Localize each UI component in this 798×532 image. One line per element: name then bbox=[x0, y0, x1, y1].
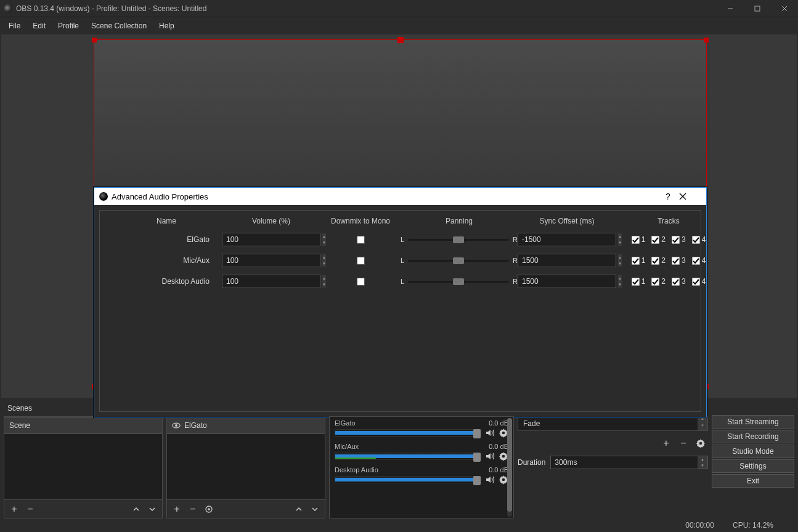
remove-transition-button[interactable]: − bbox=[676, 436, 691, 451]
menu-help[interactable]: Help bbox=[153, 19, 181, 33]
track-3-checkbox[interactable]: 3 bbox=[672, 235, 686, 244]
downmix-checkbox[interactable] bbox=[357, 257, 365, 265]
status-bar: 00:00:00 CPU: 14.2% bbox=[0, 518, 798, 532]
menu-scene-collection[interactable]: Scene Collection bbox=[85, 19, 153, 33]
mixer-list: ElGato0.0 dBMic/Aux0.0 dBDesktop Audio0.… bbox=[329, 416, 514, 518]
studio-mode-button[interactable]: Studio Mode bbox=[712, 445, 794, 458]
transition-properties-button[interactable] bbox=[693, 436, 708, 451]
start-streaming-button[interactable]: Start Streaming bbox=[712, 415, 794, 429]
duration-spinbox[interactable]: ▲▼ bbox=[550, 456, 708, 469]
move-source-down-button[interactable] bbox=[307, 502, 322, 517]
volume-spinbox[interactable]: ▲▼ bbox=[222, 233, 320, 246]
col-volume: Volume (%) bbox=[222, 217, 320, 225]
audio-row-name: Mic/Aux bbox=[111, 256, 222, 265]
menu-edit[interactable]: Edit bbox=[26, 19, 52, 33]
sync-offset-spinbox[interactable]: ▲▼ bbox=[518, 275, 616, 288]
exit-button[interactable]: Exit bbox=[712, 474, 794, 488]
add-source-button[interactable]: + bbox=[169, 502, 184, 517]
svg-rect-8 bbox=[672, 236, 680, 244]
add-scene-button[interactable]: + bbox=[7, 502, 22, 517]
gear-icon bbox=[696, 438, 706, 448]
dialog-titlebar[interactable]: Advanced Audio Properties ? bbox=[94, 188, 706, 205]
source-label: ElGato bbox=[184, 421, 207, 430]
scenes-list[interactable]: Scene bbox=[4, 416, 163, 500]
sources-list[interactable]: ElGato bbox=[166, 416, 325, 500]
volume-spinbox[interactable]: ▲▼ bbox=[222, 275, 320, 288]
svg-rect-14 bbox=[632, 278, 640, 286]
maximize-button[interactable] bbox=[744, 0, 771, 17]
track-4-checkbox[interactable]: 4 bbox=[692, 235, 706, 244]
svg-point-19 bbox=[175, 424, 177, 427]
mixer-volume-slider[interactable] bbox=[335, 429, 481, 437]
window-titlebar: OBS 0.13.4 (windows) - Profile: Untitled… bbox=[0, 0, 798, 17]
dialog-help-button[interactable]: ? bbox=[657, 191, 679, 201]
close-button[interactable] bbox=[771, 0, 798, 17]
svg-point-23 bbox=[502, 432, 505, 435]
volume-input[interactable] bbox=[222, 233, 322, 246]
sync-offset-input[interactable] bbox=[518, 275, 618, 288]
mixer-volume-slider[interactable] bbox=[335, 453, 481, 460]
panning-slider[interactable]: LR bbox=[401, 236, 518, 243]
minimize-button[interactable] bbox=[717, 0, 744, 17]
add-transition-button[interactable]: + bbox=[659, 436, 674, 451]
move-scene-down-button[interactable] bbox=[145, 502, 160, 517]
volume-input[interactable] bbox=[222, 254, 322, 267]
obs-logo-icon bbox=[99, 192, 108, 201]
svg-rect-15 bbox=[651, 278, 659, 286]
svg-point-25 bbox=[502, 478, 505, 482]
track-4-checkbox[interactable]: 4 bbox=[692, 256, 706, 265]
duration-input[interactable] bbox=[551, 456, 698, 469]
transition-select[interactable]: Fade ▲▼ bbox=[518, 416, 708, 431]
track-1-checkbox[interactable]: 1 bbox=[632, 277, 646, 286]
svg-rect-10 bbox=[632, 257, 640, 265]
source-properties-button[interactable] bbox=[202, 502, 216, 517]
volume-spinbox[interactable]: ▲▼ bbox=[222, 254, 320, 267]
source-item[interactable]: ElGato bbox=[167, 417, 325, 434]
track-2-checkbox[interactable]: 2 bbox=[651, 235, 666, 244]
menu-file[interactable]: File bbox=[2, 19, 26, 33]
window-title: OBS 0.13.4 (windows) - Profile: Untitled… bbox=[16, 4, 717, 13]
panning-slider[interactable]: LR bbox=[401, 257, 518, 264]
dialog-close-button[interactable] bbox=[679, 193, 701, 200]
sync-offset-spinbox[interactable]: ▲▼ bbox=[518, 254, 616, 267]
track-1-checkbox[interactable]: 1 bbox=[632, 256, 646, 265]
sync-offset-input[interactable] bbox=[518, 254, 618, 267]
remove-source-button[interactable]: − bbox=[185, 502, 200, 517]
track-1-checkbox[interactable]: 1 bbox=[632, 235, 646, 244]
menu-profile[interactable]: Profile bbox=[52, 19, 85, 33]
col-downmix: Downmix to Mono bbox=[320, 217, 401, 225]
settings-button[interactable]: Settings bbox=[712, 459, 794, 473]
mixer-channel-name: Mic/Aux bbox=[335, 443, 359, 450]
mixer-volume-slider[interactable] bbox=[335, 476, 481, 483]
gear-icon bbox=[204, 504, 214, 514]
start-recording-button[interactable]: Start Recording bbox=[712, 430, 794, 443]
volume-input[interactable] bbox=[222, 275, 322, 288]
speaker-icon[interactable] bbox=[485, 475, 495, 485]
move-scene-up-button[interactable] bbox=[129, 502, 144, 517]
mixer-channel-db: 0.0 dB bbox=[489, 443, 508, 450]
sync-offset-spinbox[interactable]: ▲▼ bbox=[518, 233, 616, 246]
move-source-up-button[interactable] bbox=[291, 502, 306, 517]
sync-offset-input[interactable] bbox=[518, 233, 618, 246]
track-2-checkbox[interactable]: 2 bbox=[651, 256, 666, 265]
scene-item[interactable]: Scene bbox=[4, 417, 162, 434]
mixer-channel-name: ElGato bbox=[335, 419, 356, 427]
svg-rect-11 bbox=[651, 257, 659, 265]
svg-rect-12 bbox=[672, 257, 680, 265]
visibility-icon[interactable] bbox=[172, 421, 181, 430]
speaker-icon[interactable] bbox=[485, 451, 495, 461]
downmix-checkbox[interactable] bbox=[357, 236, 365, 244]
remove-scene-button[interactable]: − bbox=[23, 502, 38, 517]
track-3-checkbox[interactable]: 3 bbox=[672, 256, 686, 265]
panning-slider[interactable]: LR bbox=[401, 278, 518, 285]
speaker-icon[interactable] bbox=[485, 428, 495, 438]
col-tracks: Tracks bbox=[616, 217, 721, 225]
col-sync: Sync Offset (ms) bbox=[518, 217, 616, 225]
track-2-checkbox[interactable]: 2 bbox=[651, 277, 666, 286]
downmix-checkbox[interactable] bbox=[357, 278, 365, 286]
svg-rect-17 bbox=[692, 278, 700, 286]
svg-rect-7 bbox=[651, 236, 659, 244]
mixer-scrollbar[interactable] bbox=[507, 418, 512, 517]
track-3-checkbox[interactable]: 3 bbox=[672, 277, 686, 286]
track-4-checkbox[interactable]: 4 bbox=[692, 277, 706, 286]
